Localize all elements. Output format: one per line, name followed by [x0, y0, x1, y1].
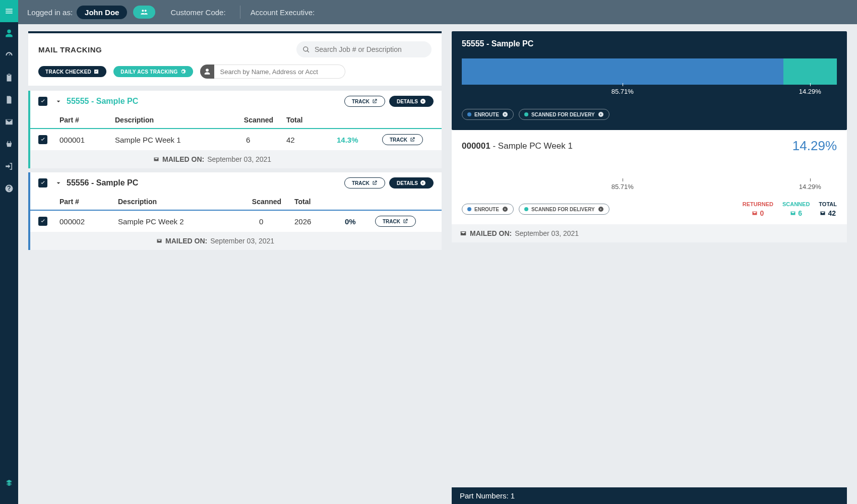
job-checkbox[interactable] — [38, 97, 47, 106]
progress-enroute — [462, 58, 783, 85]
envelope-icon — [790, 210, 796, 216]
details-button[interactable]: DETAILS — [389, 177, 434, 188]
header-total: Total — [294, 198, 345, 206]
chevron-down-icon[interactable] — [54, 179, 63, 187]
cell-total: 2026 — [294, 217, 345, 226]
check-square-icon — [93, 69, 99, 75]
cell-total: 42 — [286, 136, 337, 144]
sidebar-document[interactable] — [0, 89, 18, 111]
daily-acs-button[interactable]: DAILY ACS TRACKING — [113, 66, 193, 77]
sub-mailed-row: MAILED ON: September 03, 2021 — [452, 224, 847, 242]
sub-tick-enroute: 85.71% — [611, 183, 634, 191]
table-row: 000002 Sample PC Week 2 0 2026 0% TRACK — [30, 211, 442, 232]
mailed-row: MAILED ON: September 03, 2021 — [30, 232, 442, 250]
logged-in-label: Logged in as: — [27, 8, 73, 17]
gear-icon — [180, 69, 186, 75]
track-button[interactable]: TRACK — [344, 177, 385, 188]
legend-enroute[interactable]: ENROUTE — [462, 109, 514, 120]
summary-progress-bar — [462, 58, 837, 85]
header-desc: Description — [115, 116, 231, 124]
stat-returned-value: 0 — [752, 209, 764, 217]
cell-pct: 14.3% — [337, 136, 382, 144]
sidebar-clipboard[interactable] — [0, 67, 18, 89]
row-checkbox[interactable] — [38, 135, 47, 144]
search-job-input[interactable] — [296, 41, 432, 57]
job-title[interactable]: 55555 - Sample PC — [67, 97, 344, 106]
part-progress-bar — [462, 165, 837, 181]
job-checkbox[interactable] — [38, 178, 47, 187]
person-icon-box — [200, 65, 214, 79]
legend-scanned[interactable]: SCANNED FOR DELIVERY — [519, 204, 609, 215]
mailed-label: MAILED ON: — [165, 237, 207, 245]
mailed-label: MAILED ON: — [162, 155, 204, 163]
external-link-icon — [372, 98, 378, 104]
legend-enroute[interactable]: ENROUTE — [462, 204, 514, 215]
external-link-icon — [372, 180, 378, 186]
chevron-circle-icon — [598, 206, 604, 212]
chevron-circle-icon — [502, 111, 508, 117]
tick-enroute: 85.71% — [611, 88, 634, 95]
row-track-button[interactable]: TRACK — [382, 134, 423, 145]
envelope-icon — [460, 230, 467, 237]
envelope-icon — [752, 210, 758, 216]
mailed-date: September 03, 2021 — [207, 155, 271, 163]
cell-scanned: 6 — [231, 136, 286, 144]
sidebar-dashboard[interactable] — [0, 44, 18, 67]
group-pill[interactable] — [133, 6, 155, 19]
sub-pct: 14.29% — [792, 138, 837, 154]
envelope-icon — [153, 156, 159, 162]
job-card: 55555 - Sample PC TRACK DETAILS Part # D… — [28, 91, 442, 168]
sub-tick-scanned: 14.29% — [799, 183, 821, 191]
row-checkbox[interactable] — [38, 217, 47, 226]
stat-returned-label: RETURNED — [743, 201, 773, 207]
mail-tracking-card: MAIL TRACKING TRACK CHECKED DAILY ACS TR… — [28, 31, 442, 86]
chevron-circle-icon — [598, 111, 604, 117]
search-name-input[interactable] — [214, 65, 345, 79]
chevron-circle-icon — [502, 206, 508, 212]
sidebar-logo-icon — [0, 472, 18, 494]
part-detail-panel: 000001 - Sample PC Week 1 14.29% 85.71% … — [452, 130, 847, 242]
mailed-date: September 03, 2021 — [210, 237, 274, 245]
chevron-down-icon[interactable] — [54, 97, 63, 105]
tick-scanned: 14.29% — [799, 88, 821, 95]
details-button[interactable]: DETAILS — [389, 96, 434, 107]
header-part: Part # — [59, 116, 115, 124]
stat-total-value: 42 — [820, 209, 836, 217]
cell-part: 000002 — [59, 217, 118, 226]
header-part: Part # — [59, 198, 118, 206]
sub-title: 000001 - Sample PC Week 1 — [462, 141, 573, 151]
sidebar-menu-toggle[interactable] — [0, 0, 18, 22]
stat-total-label: TOTAL — [819, 201, 837, 207]
table-row: 000001 Sample PC Week 1 6 42 14.3% TRACK — [30, 129, 442, 150]
account-exec-label: Account Executive: — [251, 8, 315, 17]
track-checked-button[interactable]: TRACK CHECKED — [38, 66, 106, 77]
sidebar-basket[interactable] — [0, 133, 18, 155]
cell-scanned: 0 — [239, 217, 294, 226]
external-link-icon — [409, 137, 415, 143]
stat-scanned-label: SCANNED — [782, 201, 810, 207]
cell-part: 000001 — [59, 136, 115, 144]
search-icon — [302, 46, 310, 53]
sidebar-help[interactable] — [0, 177, 18, 200]
customer-code-label: Customer Code: — [170, 8, 225, 17]
row-track-button[interactable]: TRACK — [375, 216, 416, 227]
detail-title: 55555 - Sample PC — [462, 39, 837, 48]
job-card: 55556 - Sample PC TRACK DETAILS Part # D… — [28, 172, 442, 250]
envelope-icon — [156, 238, 162, 244]
track-button[interactable]: TRACK — [344, 96, 385, 107]
legend-scanned[interactable]: SCANNED FOR DELIVERY — [519, 109, 609, 120]
topbar-divider — [240, 6, 240, 19]
sidebar — [0, 0, 18, 504]
cell-desc: Sample PC Week 1 — [115, 136, 231, 144]
sidebar-profile[interactable] — [0, 22, 18, 44]
job-title[interactable]: 55556 - Sample PC — [67, 178, 344, 187]
cell-desc: Sample PC Week 2 — [118, 217, 239, 226]
envelope-icon — [820, 210, 826, 216]
search-box — [296, 41, 432, 57]
sidebar-mail[interactable] — [0, 111, 18, 133]
sidebar-logout[interactable] — [0, 155, 18, 177]
header-desc: Description — [118, 198, 239, 206]
header-scanned: Scanned — [231, 116, 286, 124]
user-name-pill[interactable]: John Doe — [77, 6, 127, 19]
progress-scanned — [783, 58, 837, 85]
